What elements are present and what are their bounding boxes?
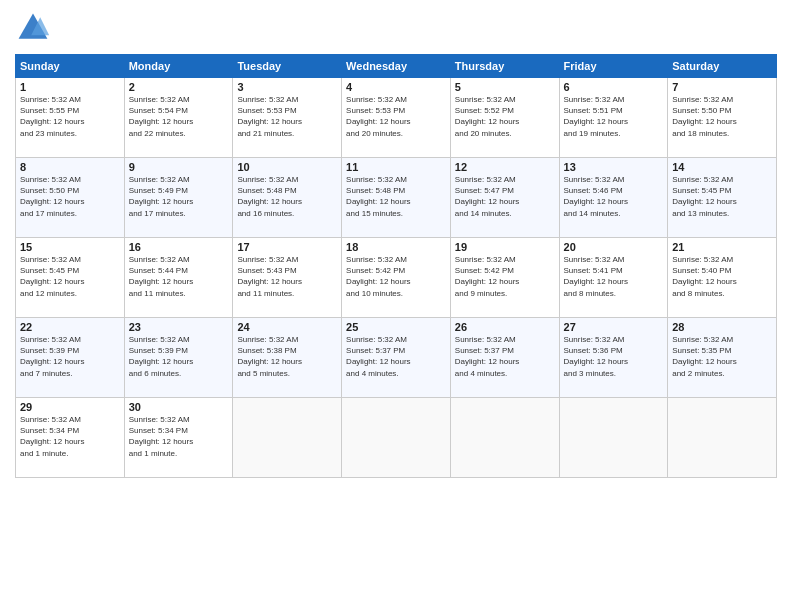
- day-number: 30: [129, 401, 229, 413]
- day-number: 17: [237, 241, 337, 253]
- day-cell: 26Sunrise: 5:32 AM Sunset: 5:37 PM Dayli…: [450, 318, 559, 398]
- day-info: Sunrise: 5:32 AM Sunset: 5:39 PM Dayligh…: [129, 334, 229, 379]
- week-row-4: 22Sunrise: 5:32 AM Sunset: 5:39 PM Dayli…: [16, 318, 777, 398]
- col-header-thursday: Thursday: [450, 55, 559, 78]
- day-number: 20: [564, 241, 664, 253]
- day-cell: 16Sunrise: 5:32 AM Sunset: 5:44 PM Dayli…: [124, 238, 233, 318]
- day-number: 29: [20, 401, 120, 413]
- day-info: Sunrise: 5:32 AM Sunset: 5:37 PM Dayligh…: [346, 334, 446, 379]
- day-number: 8: [20, 161, 120, 173]
- day-info: Sunrise: 5:32 AM Sunset: 5:52 PM Dayligh…: [455, 94, 555, 139]
- day-number: 21: [672, 241, 772, 253]
- day-cell: 23Sunrise: 5:32 AM Sunset: 5:39 PM Dayli…: [124, 318, 233, 398]
- day-number: 18: [346, 241, 446, 253]
- day-info: Sunrise: 5:32 AM Sunset: 5:53 PM Dayligh…: [237, 94, 337, 139]
- day-info: Sunrise: 5:32 AM Sunset: 5:50 PM Dayligh…: [20, 174, 120, 219]
- day-number: 3: [237, 81, 337, 93]
- day-number: 15: [20, 241, 120, 253]
- day-cell: 24Sunrise: 5:32 AM Sunset: 5:38 PM Dayli…: [233, 318, 342, 398]
- day-number: 14: [672, 161, 772, 173]
- day-cell: 17Sunrise: 5:32 AM Sunset: 5:43 PM Dayli…: [233, 238, 342, 318]
- day-cell: 20Sunrise: 5:32 AM Sunset: 5:41 PM Dayli…: [559, 238, 668, 318]
- day-cell: [450, 398, 559, 478]
- day-cell: 27Sunrise: 5:32 AM Sunset: 5:36 PM Dayli…: [559, 318, 668, 398]
- col-header-monday: Monday: [124, 55, 233, 78]
- day-info: Sunrise: 5:32 AM Sunset: 5:53 PM Dayligh…: [346, 94, 446, 139]
- logo-icon: [15, 10, 51, 46]
- day-cell: 15Sunrise: 5:32 AM Sunset: 5:45 PM Dayli…: [16, 238, 125, 318]
- day-info: Sunrise: 5:32 AM Sunset: 5:49 PM Dayligh…: [129, 174, 229, 219]
- day-cell: 29Sunrise: 5:32 AM Sunset: 5:34 PM Dayli…: [16, 398, 125, 478]
- day-cell: [559, 398, 668, 478]
- day-number: 7: [672, 81, 772, 93]
- day-number: 28: [672, 321, 772, 333]
- day-number: 2: [129, 81, 229, 93]
- day-number: 16: [129, 241, 229, 253]
- day-cell: 3Sunrise: 5:32 AM Sunset: 5:53 PM Daylig…: [233, 78, 342, 158]
- day-cell: 18Sunrise: 5:32 AM Sunset: 5:42 PM Dayli…: [342, 238, 451, 318]
- day-cell: [233, 398, 342, 478]
- day-cell: 19Sunrise: 5:32 AM Sunset: 5:42 PM Dayli…: [450, 238, 559, 318]
- week-row-1: 1Sunrise: 5:32 AM Sunset: 5:55 PM Daylig…: [16, 78, 777, 158]
- page: SundayMondayTuesdayWednesdayThursdayFrid…: [0, 0, 792, 612]
- day-cell: 21Sunrise: 5:32 AM Sunset: 5:40 PM Dayli…: [668, 238, 777, 318]
- day-cell: 12Sunrise: 5:32 AM Sunset: 5:47 PM Dayli…: [450, 158, 559, 238]
- day-number: 26: [455, 321, 555, 333]
- calendar-table: SundayMondayTuesdayWednesdayThursdayFrid…: [15, 54, 777, 478]
- day-cell: 7Sunrise: 5:32 AM Sunset: 5:50 PM Daylig…: [668, 78, 777, 158]
- day-info: Sunrise: 5:32 AM Sunset: 5:55 PM Dayligh…: [20, 94, 120, 139]
- day-number: 9: [129, 161, 229, 173]
- day-info: Sunrise: 5:32 AM Sunset: 5:54 PM Dayligh…: [129, 94, 229, 139]
- day-number: 13: [564, 161, 664, 173]
- day-info: Sunrise: 5:32 AM Sunset: 5:51 PM Dayligh…: [564, 94, 664, 139]
- day-info: Sunrise: 5:32 AM Sunset: 5:34 PM Dayligh…: [20, 414, 120, 459]
- day-info: Sunrise: 5:32 AM Sunset: 5:46 PM Dayligh…: [564, 174, 664, 219]
- day-number: 6: [564, 81, 664, 93]
- day-info: Sunrise: 5:32 AM Sunset: 5:45 PM Dayligh…: [672, 174, 772, 219]
- day-info: Sunrise: 5:32 AM Sunset: 5:50 PM Dayligh…: [672, 94, 772, 139]
- day-info: Sunrise: 5:32 AM Sunset: 5:43 PM Dayligh…: [237, 254, 337, 299]
- day-info: Sunrise: 5:32 AM Sunset: 5:44 PM Dayligh…: [129, 254, 229, 299]
- col-header-wednesday: Wednesday: [342, 55, 451, 78]
- day-cell: [342, 398, 451, 478]
- col-header-saturday: Saturday: [668, 55, 777, 78]
- day-number: 4: [346, 81, 446, 93]
- day-cell: 25Sunrise: 5:32 AM Sunset: 5:37 PM Dayli…: [342, 318, 451, 398]
- day-cell: [668, 398, 777, 478]
- day-info: Sunrise: 5:32 AM Sunset: 5:42 PM Dayligh…: [455, 254, 555, 299]
- day-number: 11: [346, 161, 446, 173]
- week-row-5: 29Sunrise: 5:32 AM Sunset: 5:34 PM Dayli…: [16, 398, 777, 478]
- col-header-tuesday: Tuesday: [233, 55, 342, 78]
- day-number: 22: [20, 321, 120, 333]
- day-info: Sunrise: 5:32 AM Sunset: 5:47 PM Dayligh…: [455, 174, 555, 219]
- day-number: 1: [20, 81, 120, 93]
- day-info: Sunrise: 5:32 AM Sunset: 5:36 PM Dayligh…: [564, 334, 664, 379]
- day-number: 5: [455, 81, 555, 93]
- day-cell: 9Sunrise: 5:32 AM Sunset: 5:49 PM Daylig…: [124, 158, 233, 238]
- day-cell: 30Sunrise: 5:32 AM Sunset: 5:34 PM Dayli…: [124, 398, 233, 478]
- day-cell: 2Sunrise: 5:32 AM Sunset: 5:54 PM Daylig…: [124, 78, 233, 158]
- day-number: 12: [455, 161, 555, 173]
- day-number: 19: [455, 241, 555, 253]
- day-cell: 4Sunrise: 5:32 AM Sunset: 5:53 PM Daylig…: [342, 78, 451, 158]
- day-info: Sunrise: 5:32 AM Sunset: 5:42 PM Dayligh…: [346, 254, 446, 299]
- day-info: Sunrise: 5:32 AM Sunset: 5:48 PM Dayligh…: [346, 174, 446, 219]
- day-info: Sunrise: 5:32 AM Sunset: 5:48 PM Dayligh…: [237, 174, 337, 219]
- day-cell: 13Sunrise: 5:32 AM Sunset: 5:46 PM Dayli…: [559, 158, 668, 238]
- day-info: Sunrise: 5:32 AM Sunset: 5:38 PM Dayligh…: [237, 334, 337, 379]
- day-number: 23: [129, 321, 229, 333]
- day-cell: 10Sunrise: 5:32 AM Sunset: 5:48 PM Dayli…: [233, 158, 342, 238]
- day-info: Sunrise: 5:32 AM Sunset: 5:41 PM Dayligh…: [564, 254, 664, 299]
- day-cell: 22Sunrise: 5:32 AM Sunset: 5:39 PM Dayli…: [16, 318, 125, 398]
- header: [15, 10, 777, 46]
- day-info: Sunrise: 5:32 AM Sunset: 5:39 PM Dayligh…: [20, 334, 120, 379]
- day-cell: 6Sunrise: 5:32 AM Sunset: 5:51 PM Daylig…: [559, 78, 668, 158]
- col-header-sunday: Sunday: [16, 55, 125, 78]
- day-cell: 1Sunrise: 5:32 AM Sunset: 5:55 PM Daylig…: [16, 78, 125, 158]
- day-info: Sunrise: 5:32 AM Sunset: 5:45 PM Dayligh…: [20, 254, 120, 299]
- day-number: 27: [564, 321, 664, 333]
- day-cell: 28Sunrise: 5:32 AM Sunset: 5:35 PM Dayli…: [668, 318, 777, 398]
- week-row-2: 8Sunrise: 5:32 AM Sunset: 5:50 PM Daylig…: [16, 158, 777, 238]
- day-number: 24: [237, 321, 337, 333]
- day-info: Sunrise: 5:32 AM Sunset: 5:37 PM Dayligh…: [455, 334, 555, 379]
